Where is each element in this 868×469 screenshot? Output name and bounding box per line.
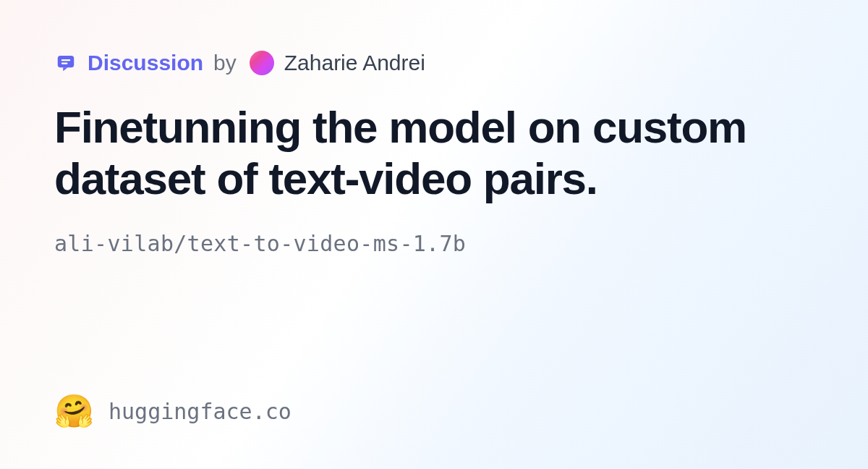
by-text: by: [213, 51, 237, 75]
huggingface-icon: 🤗: [54, 395, 94, 427]
discussion-title: Finetunning the model on custom dataset …: [54, 101, 814, 205]
svg-rect-1: [61, 59, 71, 61]
site-url: huggingface.co: [109, 399, 292, 424]
svg-rect-0: [58, 56, 75, 67]
meta-row: Discussion by Zaharie Andrei: [54, 51, 814, 75]
footer: 🤗 huggingface.co: [54, 395, 292, 427]
svg-rect-2: [61, 62, 68, 64]
discussion-icon: [54, 51, 77, 75]
author-name: Zaharie Andrei: [284, 51, 425, 75]
repo-path: ali-vilab/text-to-video-ms-1.7b: [54, 231, 814, 256]
avatar: [250, 51, 274, 75]
discussion-label: Discussion: [88, 51, 203, 75]
